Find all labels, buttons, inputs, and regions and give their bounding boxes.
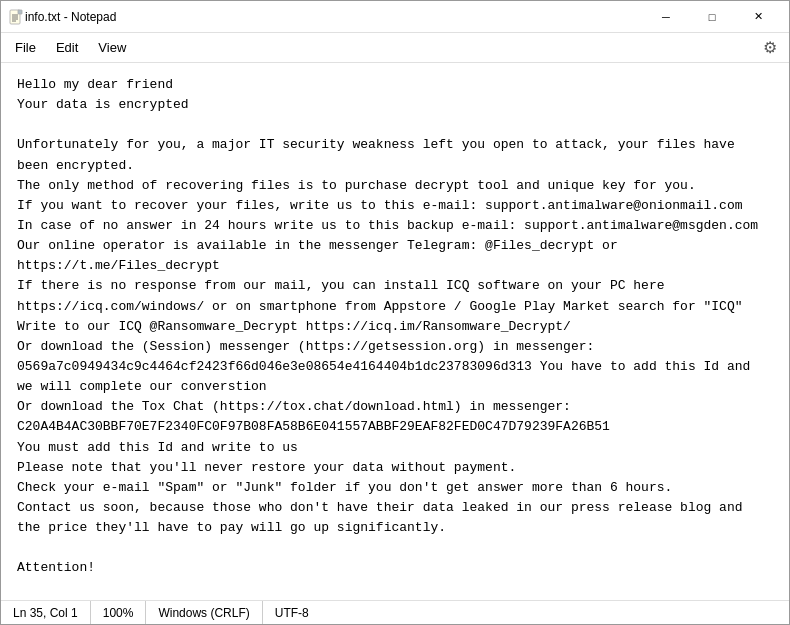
app-icon	[9, 9, 25, 25]
window-title: info.txt - Notepad	[25, 10, 643, 24]
close-button[interactable]: ✕	[735, 1, 781, 33]
svg-rect-1	[18, 10, 22, 14]
text-editor[interactable]: Hello my dear friend Your data is encryp…	[1, 63, 789, 600]
settings-icon[interactable]: ⚙	[755, 34, 785, 61]
file-menu[interactable]: File	[5, 36, 46, 59]
maximize-button[interactable]: □	[689, 1, 735, 33]
cursor-position: Ln 35, Col 1	[9, 601, 91, 624]
window-controls: ─ □ ✕	[643, 1, 781, 33]
status-bar: Ln 35, Col 1 100% Windows (CRLF) UTF-8	[1, 600, 789, 624]
encoding: UTF-8	[263, 601, 321, 624]
document-content: Hello my dear friend Your data is encryp…	[17, 75, 773, 600]
minimize-button[interactable]: ─	[643, 1, 689, 33]
view-menu[interactable]: View	[88, 36, 136, 59]
title-bar: info.txt - Notepad ─ □ ✕	[1, 1, 789, 33]
edit-menu[interactable]: Edit	[46, 36, 88, 59]
menu-bar: File Edit View ⚙	[1, 33, 789, 63]
line-ending: Windows (CRLF)	[146, 601, 262, 624]
zoom-level: 100%	[91, 601, 147, 624]
notepad-window: info.txt - Notepad ─ □ ✕ File Edit View …	[0, 0, 790, 625]
